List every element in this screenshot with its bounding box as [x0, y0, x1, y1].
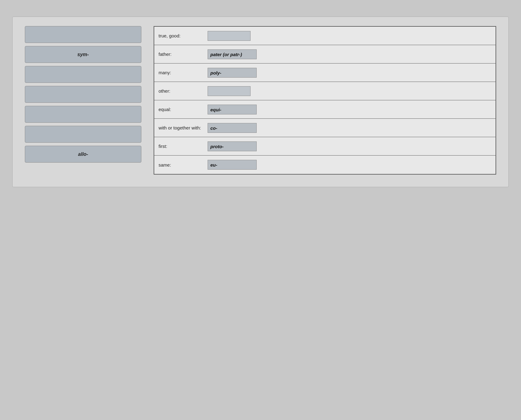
- answer-box-1[interactable]: [208, 31, 251, 41]
- term-slot-2[interactable]: sym-: [25, 46, 141, 63]
- answer-box-7[interactable]: proto-: [208, 141, 257, 151]
- term-slot-7[interactable]: allo-: [25, 146, 141, 163]
- definition-row-4: other:: [154, 82, 496, 100]
- answer-box-3[interactable]: poly-: [208, 68, 257, 78]
- definition-label-6: with or together with:: [159, 125, 208, 130]
- answer-box-4[interactable]: [208, 86, 251, 96]
- term-slot-6[interactable]: [25, 126, 141, 143]
- definition-row-5: equal:equi-: [154, 100, 496, 119]
- definition-label-7: first:: [159, 144, 208, 149]
- left-column: sym-allo-: [25, 26, 141, 175]
- definition-row-2: father:pater (or patr-): [154, 45, 496, 64]
- term-slot-1[interactable]: [25, 26, 141, 43]
- definition-row-3: many:poly-: [154, 64, 496, 82]
- term-slot-3[interactable]: [25, 66, 141, 83]
- page-container: sym-allo- true, good:father:pater (or pa…: [0, 0, 521, 196]
- quiz-box: sym-allo- true, good:father:pater (or pa…: [12, 17, 509, 187]
- term-slot-4[interactable]: [25, 86, 141, 103]
- definition-label-5: equal:: [159, 107, 208, 112]
- definition-row-7: first:proto-: [154, 137, 496, 156]
- definition-label-4: other:: [159, 88, 208, 94]
- definition-label-8: same:: [159, 162, 208, 168]
- definition-row-8: same:eu-: [154, 156, 496, 174]
- term-slot-5[interactable]: [25, 106, 141, 123]
- right-column: true, good:father:pater (or patr-)many:p…: [154, 26, 496, 175]
- answer-box-6[interactable]: co-: [208, 123, 257, 133]
- answer-box-8[interactable]: eu-: [208, 160, 257, 170]
- definition-label-1: true, good:: [159, 33, 208, 38]
- answer-box-2[interactable]: pater (or patr-): [208, 49, 257, 59]
- definition-row-6: with or together with:co-: [154, 119, 496, 137]
- definition-row-1: true, good:: [154, 27, 496, 45]
- definition-label-2: father:: [159, 52, 208, 57]
- answer-box-5[interactable]: equi-: [208, 105, 257, 114]
- definition-label-3: many:: [159, 70, 208, 75]
